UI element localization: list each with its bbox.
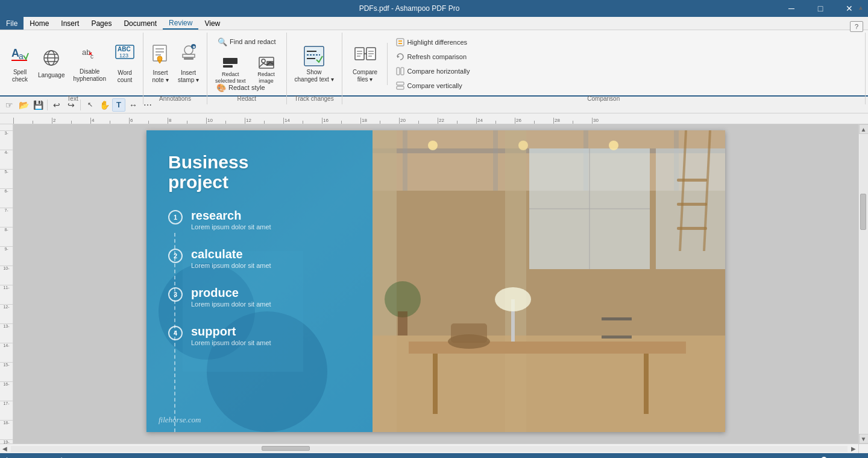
menu-home[interactable]: Home	[24, 17, 55, 30]
menu-view[interactable]: View	[198, 17, 226, 30]
svg-text:a: a	[19, 51, 24, 61]
menu-review[interactable]: Review	[163, 17, 198, 30]
language-icon	[42, 49, 60, 71]
left-ruler-mark-6: 6-	[0, 188, 13, 193]
window-title: PDFs.pdf - Ashampoo PDF Pro	[41, 4, 778, 13]
menu-pages[interactable]: Pages	[85, 17, 118, 30]
scroll-right-button[interactable]: ▶	[849, 445, 858, 453]
svg-rect-86	[677, 203, 707, 206]
annotations-group-label: Annotations	[148, 94, 202, 103]
left-ruler-mark-13: 13-	[0, 323, 13, 328]
word-count-label: Wordcount	[118, 69, 132, 84]
doc-item-4: 4 support Lorem ipsum dolor sit amet	[168, 325, 271, 346]
vertical-scrollbar[interactable]: ▲ ▼	[858, 124, 868, 444]
text-group-label: Text	[7, 94, 138, 103]
insert-stamp-label: Insertstamp ▾	[178, 69, 199, 84]
compare-horizontally-button[interactable]: Compare horizontally	[391, 65, 474, 78]
find-redact-icon: 🔍	[218, 37, 227, 46]
svg-point-81	[518, 141, 528, 150]
ribbon-group-text: A a Spellcheck	[2, 33, 143, 104]
redact-style-icon: 🎨	[216, 83, 226, 92]
disable-hyphenation-button[interactable]: ab c Disablehyphenation	[71, 41, 110, 87]
ruler-mark-28: 28	[553, 118, 573, 124]
redact-style-button[interactable]: 🎨 Redact style	[212, 81, 269, 94]
document-page: Businessproject 1 research Lorem ipsum d…	[146, 130, 725, 432]
insert-note-icon	[151, 44, 169, 69]
find-and-redact-button[interactable]: 🔍 Find and redact	[213, 35, 280, 48]
ruler-mark-6: 6	[129, 118, 148, 124]
redact-image-icon	[258, 56, 275, 71]
scroll-up-button[interactable]: ▲	[859, 124, 869, 134]
ruler-mark-13	[264, 121, 283, 124]
doc-item-2-sub: Lorem ipsum dolor sit amet	[191, 262, 271, 269]
ruler-mark-3	[71, 121, 90, 124]
svg-rect-71	[644, 354, 649, 414]
ribbon-group-redact: 🔍 Find and redact	[207, 33, 287, 104]
maximize-button[interactable]: □	[807, 0, 834, 17]
ruler-mark-23	[457, 121, 476, 124]
note-icon-svg	[151, 44, 169, 65]
menu-insert[interactable]: Insert	[55, 17, 85, 30]
compare-files-icon-svg	[354, 45, 377, 67]
minimize-button[interactable]: ─	[778, 0, 805, 17]
comparison-options: Highlight differences Refresh comparison…	[391, 36, 474, 92]
insert-note-button[interactable]: Insertnote ▾	[148, 41, 172, 87]
spell-check-button[interactable]: A a Spellcheck	[7, 41, 33, 87]
doc-item-1-number: 1	[168, 210, 183, 224]
ruler-mark-30: 30	[592, 118, 611, 124]
menu-file[interactable]: File	[0, 17, 24, 30]
scroll-thumb[interactable]	[860, 194, 866, 230]
status-bar: |◀ ◀ 5 / 9 ▶ ▶| ◀◀ ▶▶ 29.7 x 21 cm | − +…	[0, 453, 868, 458]
insert-stamp-button[interactable]: ★ Insertstamp ▾	[175, 41, 202, 87]
left-ruler-mark-12: 12-	[0, 304, 13, 309]
doc-right-image	[373, 130, 725, 432]
compare-vertically-button[interactable]: Compare vertically	[391, 79, 474, 92]
svg-rect-23	[184, 57, 193, 60]
compare-files-button[interactable]: Comparefiles ▾	[347, 41, 383, 87]
left-ruler-mark-14: 14-	[0, 343, 13, 348]
ribbon-group-track-changes: Showchanged text ▾ Track changes	[287, 33, 342, 104]
scroll-track[interactable]	[860, 134, 868, 434]
highlight-differences-button[interactable]: Highlight differences	[391, 36, 474, 49]
menu-document[interactable]: Document	[118, 17, 163, 30]
show-changed-text-icon	[303, 45, 325, 69]
language-icon-svg	[42, 49, 60, 67]
word-count-button[interactable]: ABC 123 Wordcount	[112, 41, 138, 87]
show-changed-text-button[interactable]: Showchanged text ▾	[292, 41, 337, 87]
svg-rect-26	[223, 58, 237, 64]
ruler-mark-18: 18	[360, 118, 380, 124]
left-ruler: 3-4-5-6-7-8-9-10-11-12-13-14-15-16-17-18…	[0, 124, 13, 444]
language-button[interactable]: Language	[35, 41, 68, 87]
comparison-group-label: Comparison	[347, 94, 860, 103]
insert-note-label: Insertnote ▾	[152, 69, 168, 84]
left-ruler-mark-16: 16-	[0, 381, 13, 386]
redact-group-label: Redact	[212, 94, 281, 103]
svg-point-29	[262, 59, 265, 63]
compare-files-icon	[354, 45, 377, 69]
compare-horizontally-label: Compare horizontally	[407, 68, 470, 75]
ruler-mark-27	[534, 121, 553, 124]
compare-files-label: Comparefiles ▾	[353, 69, 377, 83]
h-scroll-thumb[interactable]	[262, 446, 310, 451]
word-count-icon-svg: ABC 123	[115, 44, 135, 65]
doc-item-2-number: 2	[168, 249, 183, 263]
scroll-left-button[interactable]: ◀	[0, 445, 10, 453]
doc-item-3-number: 3	[168, 287, 183, 302]
svg-text:ABC: ABC	[118, 46, 131, 52]
svg-marker-50	[397, 56, 400, 58]
left-ruler-mark-11: 11-	[0, 285, 13, 290]
doc-item-1-title: research	[191, 209, 271, 223]
horizontal-scrollbar[interactable]: ◀ ▶	[0, 444, 858, 453]
help-button[interactable]: ?	[850, 21, 863, 32]
ruler-mark-25	[495, 121, 515, 124]
title-bar: PDFs.pdf - Ashampoo PDF Pro ─ □ ✕	[0, 0, 868, 17]
h-scroll-track[interactable]	[11, 446, 848, 452]
refresh-comparison-button[interactable]: Refresh comparison	[391, 50, 474, 63]
scroll-down-button[interactable]: ▼	[859, 434, 869, 444]
left-ruler-mark-5: 5-	[0, 169, 13, 174]
ribbon-collapse-button[interactable]: ▲	[856, 2, 866, 12]
doc-item-3-text: produce Lorem ipsum dolor sit amet	[191, 286, 271, 308]
svg-rect-59	[493, 130, 498, 191]
ruler-mark-26: 26	[515, 118, 534, 124]
svg-rect-53	[397, 82, 404, 85]
